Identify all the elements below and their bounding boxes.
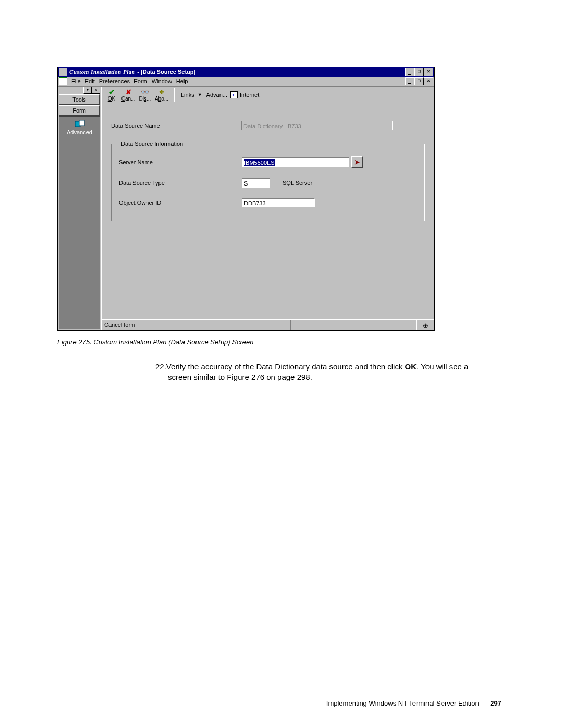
data-source-type-label: Data Source Type bbox=[119, 180, 242, 186]
server-name-field[interactable]: IBM5500ES bbox=[242, 157, 349, 167]
check-icon: ✔ bbox=[104, 89, 119, 96]
figure-caption: Figure 275. Custom Installation Plan (Da… bbox=[57, 338, 490, 346]
status-message: Cancel form bbox=[102, 320, 290, 330]
data-source-type-field[interactable]: S bbox=[242, 178, 270, 188]
client-area: ▾ ✕ Tools Form Advanced ✔ bbox=[58, 87, 434, 330]
menu-file[interactable]: File bbox=[71, 78, 81, 84]
cancel-button[interactable]: ✘ Can... bbox=[120, 89, 136, 102]
page-footer: Implementing Windows NT Terminal Server … bbox=[326, 699, 501, 707]
form-area: Data Source Name Data Dictionary - B733 … bbox=[102, 103, 434, 319]
data-source-name-field: Data Dictionary - B733 bbox=[241, 121, 393, 130]
mdi-close-button[interactable]: ✕ bbox=[424, 77, 433, 85]
menu-preferences[interactable]: Preferences bbox=[99, 78, 130, 84]
data-source-name-label: Data Source Name bbox=[111, 122, 241, 129]
advanced-link[interactable]: Advan... bbox=[206, 92, 227, 98]
server-name-label: Server Name bbox=[119, 159, 242, 165]
document-icon bbox=[59, 77, 67, 85]
close-button[interactable]: ✕ bbox=[424, 68, 433, 76]
step-bold: OK bbox=[405, 362, 417, 371]
lookup-icon: ➤ bbox=[354, 158, 360, 166]
window-subtitle: - [Data Source Setup] bbox=[137, 69, 195, 75]
palette-tab-form[interactable]: Form bbox=[59, 105, 100, 116]
about-button[interactable]: ❖ Abo... bbox=[154, 89, 169, 102]
palette-advanced-label: Advanced bbox=[67, 129, 92, 135]
toolbar-separator bbox=[173, 88, 175, 102]
statusbar: Cancel form ⊕ bbox=[102, 319, 434, 330]
chevron-down-icon[interactable]: ▼ bbox=[198, 92, 202, 97]
menu-window[interactable]: Window bbox=[152, 78, 172, 84]
status-grip: ⊕ bbox=[417, 320, 434, 330]
window-title: Custom Installation Plan bbox=[69, 69, 135, 75]
menu-edit[interactable]: Edit bbox=[85, 78, 95, 84]
cancel-icon: ✘ bbox=[120, 89, 136, 96]
data-source-type-description: SQL Server bbox=[283, 180, 312, 186]
footer-text: Implementing Windows NT Terminal Server … bbox=[326, 699, 479, 707]
mdi-minimize-button[interactable]: _ bbox=[405, 77, 414, 85]
body-step: 22.Verify the accuracy of the Data Dicti… bbox=[155, 362, 490, 383]
data-source-info-group: Data Source Information Server Name IBM5… bbox=[111, 141, 425, 221]
mdi-restore-button[interactable]: ❐ bbox=[414, 77, 424, 85]
maximize-button[interactable]: ❐ bbox=[414, 68, 424, 76]
palette-advanced-panel[interactable]: Advanced bbox=[59, 116, 100, 329]
main-panel: ✔ OK ✘ Can... 👓 Dis... ❖ Abo... bbox=[101, 87, 434, 330]
menu-help[interactable]: Help bbox=[176, 78, 188, 84]
step-number: 22. bbox=[155, 362, 166, 371]
group-legend: Data Source Information bbox=[119, 141, 185, 147]
binoculars-icon: 👓 bbox=[137, 89, 153, 96]
mdi-controls: _ ❐ ✕ bbox=[405, 77, 433, 85]
titlebar: Custom Installation Plan - [Data Source … bbox=[58, 67, 434, 77]
internet-link[interactable]: Internet bbox=[240, 92, 259, 98]
toolbar: ✔ OK ✘ Can... 👓 Dis... ❖ Abo... bbox=[102, 87, 434, 103]
palette-header: ▾ ✕ bbox=[58, 87, 101, 94]
palette-dropdown-button[interactable]: ▾ bbox=[83, 87, 92, 94]
links-label: Links bbox=[181, 92, 194, 98]
app-window: Custom Installation Plan - [Data Source … bbox=[57, 67, 435, 331]
internet-icon: e bbox=[230, 91, 238, 98]
svg-rect-1 bbox=[79, 120, 84, 126]
app-icon bbox=[59, 68, 67, 76]
help-icon: ❖ bbox=[154, 89, 169, 96]
globe-icon: ⊕ bbox=[423, 322, 429, 329]
window-controls: _ ❐ ✕ bbox=[405, 68, 433, 76]
minimize-button[interactable]: _ bbox=[405, 68, 414, 76]
menu-form[interactable]: Form bbox=[134, 78, 148, 84]
palette-tab-tools[interactable]: Tools bbox=[59, 94, 100, 105]
object-owner-label: Object Owner ID bbox=[119, 200, 242, 206]
palette-close-button[interactable]: ✕ bbox=[92, 87, 100, 94]
ok-button[interactable]: ✔ OK bbox=[104, 89, 119, 102]
status-spacer bbox=[290, 320, 417, 330]
object-owner-field[interactable]: DDB733 bbox=[242, 198, 315, 207]
step-text-a: Verify the accuracy of the Data Dictiona… bbox=[166, 362, 405, 371]
display-button[interactable]: 👓 Dis... bbox=[137, 89, 153, 102]
advanced-icon bbox=[75, 120, 85, 128]
menubar: File Edit Preferences Form Window Help _… bbox=[58, 77, 434, 87]
lookup-button[interactable]: ➤ bbox=[351, 156, 363, 168]
page-number: 297 bbox=[490, 699, 501, 707]
tool-palette: ▾ ✕ Tools Form Advanced bbox=[58, 87, 101, 330]
